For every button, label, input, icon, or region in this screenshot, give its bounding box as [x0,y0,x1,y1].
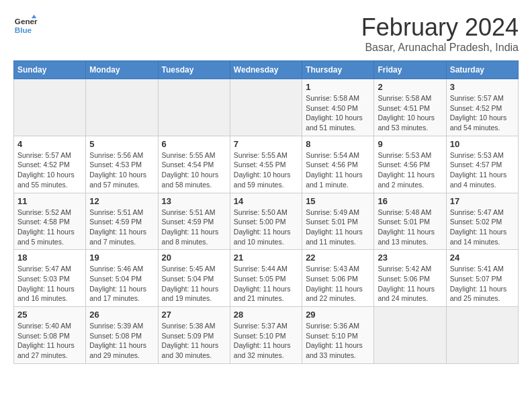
calendar-cell: 1Sunrise: 5:58 AM Sunset: 4:50 PM Daylig… [302,79,374,136]
calendar-cell: 2Sunrise: 5:58 AM Sunset: 4:51 PM Daylig… [374,79,446,136]
day-number: 9 [378,139,442,149]
day-number: 21 [234,253,298,263]
day-info: Sunrise: 5:53 AM Sunset: 4:57 PM Dayligh… [450,150,515,190]
calendar-cell: 25Sunrise: 5:40 AM Sunset: 5:08 PM Dayli… [14,307,86,364]
location-subtitle: Basar, Arunachal Pradesh, India [361,42,519,54]
day-info: Sunrise: 5:58 AM Sunset: 4:50 PM Dayligh… [306,93,370,133]
day-number: 14 [234,196,298,206]
day-info: Sunrise: 5:47 AM Sunset: 5:03 PM Dayligh… [17,264,82,304]
calendar-cell: 26Sunrise: 5:39 AM Sunset: 5:08 PM Dayli… [86,307,158,364]
calendar-cell: 9Sunrise: 5:53 AM Sunset: 4:56 PM Daylig… [374,136,446,193]
calendar-cell: 15Sunrise: 5:49 AM Sunset: 5:01 PM Dayli… [302,193,374,250]
day-info: Sunrise: 5:55 AM Sunset: 4:55 PM Dayligh… [234,150,298,190]
calendar-table: SundayMondayTuesdayWednesdayThursdayFrid… [13,60,519,364]
calendar-cell: 21Sunrise: 5:44 AM Sunset: 5:05 PM Dayli… [230,250,302,307]
calendar-cell [158,79,230,136]
week-row-4: 18Sunrise: 5:47 AM Sunset: 5:03 PM Dayli… [14,250,519,307]
day-info: Sunrise: 5:57 AM Sunset: 4:52 PM Dayligh… [450,93,515,133]
day-number: 15 [306,196,370,206]
day-number: 10 [450,139,515,149]
day-info: Sunrise: 5:57 AM Sunset: 4:52 PM Dayligh… [17,150,82,190]
day-info: Sunrise: 5:48 AM Sunset: 5:01 PM Dayligh… [378,208,442,247]
day-header-thursday: Thursday [302,61,374,79]
day-number: 26 [89,310,154,320]
day-number: 8 [306,139,370,149]
day-number: 16 [378,196,442,206]
day-header-wednesday: Wednesday [230,61,302,79]
day-info: Sunrise: 5:52 AM Sunset: 4:58 PM Dayligh… [17,208,82,247]
week-row-3: 11Sunrise: 5:52 AM Sunset: 4:58 PM Dayli… [14,193,519,250]
calendar-cell: 28Sunrise: 5:37 AM Sunset: 5:10 PM Dayli… [230,307,302,364]
day-header-tuesday: Tuesday [158,61,230,79]
day-info: Sunrise: 5:51 AM Sunset: 4:59 PM Dayligh… [89,208,154,247]
day-info: Sunrise: 5:54 AM Sunset: 4:56 PM Dayligh… [306,150,370,190]
calendar-cell: 3Sunrise: 5:57 AM Sunset: 4:52 PM Daylig… [446,79,518,136]
day-number: 17 [450,196,515,206]
day-header-monday: Monday [86,61,158,79]
day-number: 3 [450,82,515,92]
day-number: 2 [378,82,442,92]
day-number: 20 [162,253,226,263]
day-info: Sunrise: 5:43 AM Sunset: 5:06 PM Dayligh… [306,264,370,304]
logo: General Blue [13,13,38,38]
day-number: 1 [306,82,370,92]
calendar-cell: 22Sunrise: 5:43 AM Sunset: 5:06 PM Dayli… [302,250,374,307]
day-info: Sunrise: 5:37 AM Sunset: 5:10 PM Dayligh… [234,321,298,361]
day-number: 12 [89,196,154,206]
day-number: 23 [378,253,442,263]
day-number: 13 [162,196,226,206]
day-info: Sunrise: 5:44 AM Sunset: 5:05 PM Dayligh… [234,264,298,304]
calendar-cell: 18Sunrise: 5:47 AM Sunset: 5:03 PM Dayli… [14,250,86,307]
header-row: SundayMondayTuesdayWednesdayThursdayFrid… [14,61,519,79]
header: General Blue February 2024 Basar, Arunac… [13,13,519,54]
calendar-cell: 14Sunrise: 5:50 AM Sunset: 5:00 PM Dayli… [230,193,302,250]
calendar-cell: 24Sunrise: 5:41 AM Sunset: 5:07 PM Dayli… [446,250,518,307]
calendar-cell: 4Sunrise: 5:57 AM Sunset: 4:52 PM Daylig… [14,136,86,193]
calendar-cell: 20Sunrise: 5:45 AM Sunset: 5:04 PM Dayli… [158,250,230,307]
day-info: Sunrise: 5:53 AM Sunset: 4:56 PM Dayligh… [378,150,442,190]
day-header-saturday: Saturday [446,61,518,79]
calendar-cell: 17Sunrise: 5:47 AM Sunset: 5:02 PM Dayli… [446,193,518,250]
day-info: Sunrise: 5:50 AM Sunset: 5:00 PM Dayligh… [234,208,298,247]
day-number: 5 [89,139,154,149]
calendar-cell: 10Sunrise: 5:53 AM Sunset: 4:57 PM Dayli… [446,136,518,193]
week-row-2: 4Sunrise: 5:57 AM Sunset: 4:52 PM Daylig… [14,136,519,193]
day-info: Sunrise: 5:51 AM Sunset: 4:59 PM Dayligh… [162,208,226,247]
calendar-cell: 27Sunrise: 5:38 AM Sunset: 5:09 PM Dayli… [158,307,230,364]
calendar-cell: 19Sunrise: 5:46 AM Sunset: 5:04 PM Dayli… [86,250,158,307]
calendar-cell: 23Sunrise: 5:42 AM Sunset: 5:06 PM Dayli… [374,250,446,307]
calendar-cell [374,307,446,364]
week-row-1: 1Sunrise: 5:58 AM Sunset: 4:50 PM Daylig… [14,79,519,136]
day-header-sunday: Sunday [14,61,86,79]
calendar-cell: 5Sunrise: 5:56 AM Sunset: 4:53 PM Daylig… [86,136,158,193]
day-number: 29 [306,310,370,320]
day-number: 7 [234,139,298,149]
calendar-cell [86,79,158,136]
calendar-cell: 8Sunrise: 5:54 AM Sunset: 4:56 PM Daylig… [302,136,374,193]
calendar-cell: 12Sunrise: 5:51 AM Sunset: 4:59 PM Dayli… [86,193,158,250]
day-info: Sunrise: 5:40 AM Sunset: 5:08 PM Dayligh… [17,321,82,361]
day-number: 28 [234,310,298,320]
day-info: Sunrise: 5:36 AM Sunset: 5:10 PM Dayligh… [306,321,370,361]
day-number: 27 [162,310,226,320]
day-info: Sunrise: 5:38 AM Sunset: 5:09 PM Dayligh… [162,321,226,361]
day-info: Sunrise: 5:58 AM Sunset: 4:51 PM Dayligh… [378,93,442,133]
calendar-cell: 13Sunrise: 5:51 AM Sunset: 4:59 PM Dayli… [158,193,230,250]
day-number: 19 [89,253,154,263]
calendar-cell [446,307,518,364]
day-number: 18 [17,253,82,263]
day-number: 22 [306,253,370,263]
day-number: 24 [450,253,515,263]
day-info: Sunrise: 5:39 AM Sunset: 5:08 PM Dayligh… [89,321,154,361]
day-number: 6 [162,139,226,149]
calendar-cell: 11Sunrise: 5:52 AM Sunset: 4:58 PM Dayli… [14,193,86,250]
title-area: February 2024 Basar, Arunachal Pradesh, … [361,13,519,54]
calendar-cell [230,79,302,136]
day-info: Sunrise: 5:49 AM Sunset: 5:01 PM Dayligh… [306,208,370,247]
logo-icon: General Blue [13,13,38,38]
day-info: Sunrise: 5:42 AM Sunset: 5:06 PM Dayligh… [378,264,442,304]
day-number: 4 [17,139,82,149]
day-info: Sunrise: 5:47 AM Sunset: 5:02 PM Dayligh… [450,208,515,247]
day-info: Sunrise: 5:45 AM Sunset: 5:04 PM Dayligh… [162,264,226,304]
calendar-cell: 6Sunrise: 5:55 AM Sunset: 4:54 PM Daylig… [158,136,230,193]
